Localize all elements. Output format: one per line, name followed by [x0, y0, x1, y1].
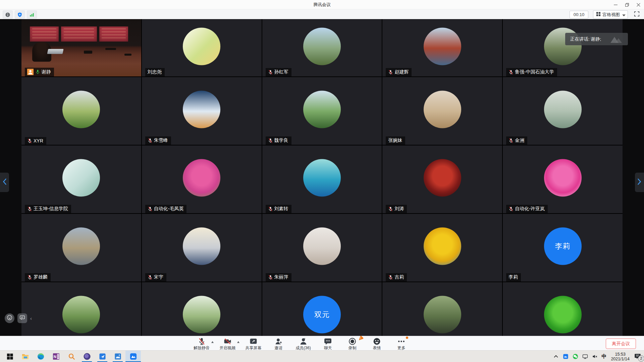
taskbar-app-onenote[interactable]: N	[48, 351, 64, 362]
participant-tile-鲁强-中国石油大学[interactable]: 鲁强-中国石油大学	[503, 19, 623, 76]
participant-name-label: 罗雄麟	[25, 273, 51, 282]
invite-button[interactable]: 邀请	[271, 336, 286, 351]
notification-center-button[interactable]: 2	[634, 353, 643, 361]
photo-avatar	[424, 91, 461, 128]
participant-tile-朱雪峰[interactable]: 朱雪峰	[142, 77, 262, 145]
participant-name: 谢静	[42, 69, 51, 75]
photo-avatar	[183, 91, 220, 128]
participant-tile-朱丽萍[interactable]: 朱丽萍	[262, 214, 382, 282]
mic-muted-icon	[268, 206, 273, 212]
participant-tile-谢静[interactable]: 谢静	[21, 19, 141, 76]
participant-tile-王玉坤-信息学院[interactable]: 王玉坤-信息学院	[21, 145, 141, 213]
photo-avatar	[183, 296, 220, 334]
minimize-button[interactable]	[610, 0, 621, 9]
participant-name-label: 吉莉	[386, 273, 407, 282]
mic-muted-icon	[27, 138, 32, 143]
taskbar-app-search[interactable]	[64, 351, 79, 362]
quick-emoji-button[interactable]	[5, 313, 14, 323]
participant-tile-刘素转[interactable]: 刘素转	[262, 145, 382, 213]
participant-name: 刘涛	[394, 206, 404, 212]
expand-arrow-icon[interactable]	[237, 339, 240, 342]
taskbar-apps: N	[2, 351, 141, 362]
participant-tile-罗雄麟[interactable]: 罗雄麟	[21, 214, 141, 282]
expand-arrow-icon[interactable]	[211, 339, 214, 342]
info-button[interactable]	[3, 10, 13, 19]
taskbar-app-photos[interactable]	[110, 351, 125, 362]
grid-view-icon	[596, 12, 601, 17]
emoji-button[interactable]: 表情	[370, 336, 384, 351]
participant-tile-魏学良[interactable]: 魏学良	[262, 77, 382, 145]
meeting-tray-icon[interactable]	[562, 354, 569, 360]
more-button[interactable]: 更多	[394, 336, 409, 351]
prev-page-arrow[interactable]	[0, 173, 9, 192]
docs-icon	[99, 353, 106, 360]
footer-items: 解除静音 开启视频 共享屏幕 邀请 成员(36) 聊天 录制 表情 更多	[0, 336, 623, 351]
photo-avatar	[183, 228, 220, 265]
view-mode-button[interactable]: 宫格视图	[593, 10, 628, 19]
participant-tile-自动化-毛凤英[interactable]: 自动化-毛凤英	[142, 145, 262, 213]
participant-tile-宋宇[interactable]: 宋宇	[142, 214, 262, 282]
notification-badge: 2	[638, 355, 644, 362]
collapse-quick-actions[interactable]: ‹	[30, 315, 32, 321]
fullscreen-button[interactable]	[633, 11, 641, 19]
taskbar-app-edge[interactable]	[33, 351, 48, 362]
participant-tile-李莉[interactable]: 李莉李莉	[503, 214, 623, 282]
participant-name-label: 孙红军	[266, 68, 291, 76]
taskbar-clock[interactable]: 15:53 2021/1/14	[610, 352, 630, 361]
more-notification-dot	[406, 337, 408, 339]
network-signal-button[interactable]	[27, 10, 37, 19]
mic-muted-icon	[388, 70, 393, 75]
ime-indicator[interactable]: 中	[601, 353, 606, 360]
participant-name-label: 张婉妹	[386, 136, 405, 145]
participant-tile-刘涛[interactable]: 刘涛	[382, 145, 502, 213]
participant-tile-金洲[interactable]: 金洲	[503, 77, 623, 145]
unmute-button[interactable]: 解除静音	[194, 336, 210, 351]
participant-name-label: 魏学良	[266, 136, 291, 145]
participant-tile-孙红军[interactable]: 孙红军	[262, 19, 382, 76]
record-button[interactable]: 录制	[345, 336, 360, 351]
close-button[interactable]	[633, 0, 644, 9]
speaking-indicator: 正在讲话: 谢静;	[565, 33, 628, 45]
taskbar-app-docs[interactable]	[95, 351, 110, 362]
participant-tile-吉莉[interactable]: 吉莉	[382, 214, 502, 282]
next-page-arrow[interactable]	[635, 173, 644, 192]
taskbar-app-tencent-meeting[interactable]	[125, 351, 141, 362]
display-icon[interactable]	[582, 354, 588, 360]
photo-avatar	[303, 91, 341, 128]
participant-tile-赵建辉[interactable]: 赵建辉	[382, 19, 502, 76]
chat-button[interactable]: 聊天	[321, 336, 335, 351]
participant-name-label: 谢静	[25, 68, 54, 76]
taskbar-app-explorer[interactable]	[17, 351, 33, 362]
taskbar-app-start[interactable]	[2, 351, 17, 362]
participant-tile-自动化-许亚岚[interactable]: 自动化-许亚岚	[503, 145, 623, 213]
start-video-button[interactable]: 开启视频	[219, 336, 235, 351]
shield-button[interactable]	[15, 10, 25, 19]
photo-avatar	[62, 91, 100, 128]
share-screen-icon	[249, 337, 258, 346]
speaker-muted-icon[interactable]	[592, 354, 598, 360]
members-button[interactable]: 成员(36)	[296, 336, 311, 351]
mic-muted-icon	[508, 206, 514, 212]
meeting-icon	[129, 353, 137, 360]
emoji-outline-icon	[7, 315, 12, 322]
media-orb-icon	[83, 353, 91, 360]
participant-tile-XYR[interactable]: XYR	[21, 77, 141, 145]
participant-tile-刘忠尧[interactable]: 刘忠尧	[142, 19, 262, 76]
mic-muted-icon	[388, 275, 393, 280]
photos-icon	[114, 353, 122, 360]
mic-muted-icon	[148, 138, 153, 143]
leave-meeting-button[interactable]: 离开会议	[606, 339, 636, 349]
taskbar-app-media-player[interactable]	[79, 351, 95, 362]
mic-muted-icon	[198, 337, 206, 346]
participant-tile-张婉妹[interactable]: 张婉妹	[382, 77, 502, 145]
wechat-icon[interactable]	[572, 354, 578, 360]
mic-muted-icon	[268, 275, 273, 280]
participant-name: XYR	[34, 138, 43, 143]
restore-button[interactable]	[621, 0, 633, 9]
meeting-footer-toolbar: 解除静音 开启视频 共享屏幕 邀请 成员(36) 聊天 录制 表情 更多 离开会…	[0, 336, 644, 351]
quick-chat-button[interactable]	[17, 313, 27, 323]
participant-grid: 谢静刘忠尧孙红军赵建辉鲁强-中国石油大学XYR朱雪峰魏学良张婉妹金洲王玉坤-信息…	[21, 19, 623, 348]
chevron-up-icon[interactable]	[553, 354, 559, 360]
photo-avatar	[424, 296, 461, 334]
share-screen-button[interactable]: 共享屏幕	[245, 336, 261, 351]
